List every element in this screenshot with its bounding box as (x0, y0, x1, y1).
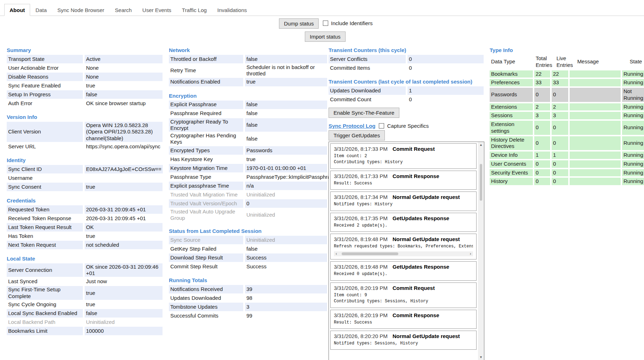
column-header-state: State (628, 55, 644, 69)
row-value: true (85, 183, 163, 191)
row-sync-first-time-setup-complete: Sync First-Time Setup Completetrue (7, 286, 163, 300)
row-passphrase-required: Passphrase Requiredfalse (169, 109, 327, 118)
row-value: true (85, 300, 163, 309)
row-value: 0 (408, 64, 484, 72)
total-entries-cell: 0 (534, 121, 550, 135)
scrollbar-down-icon[interactable]: ▼ (478, 354, 484, 360)
log-entry-header: 3/31/2026, 8:17:34 PMNormal GetUpdate re… (334, 194, 473, 200)
type-info-row-preferences: Preferences3333Running (490, 79, 644, 86)
section-table-transient-counters-last-cycle-of-last-completed-session: Updates Downloaded1Committed Count0 (329, 86, 484, 104)
section-heading-credentials: Credentials (7, 198, 163, 204)
enable-sync-the-feature-button[interactable]: Enable Sync-The-Feature (329, 108, 399, 118)
row-value: 98 (245, 294, 327, 302)
log-entry-header: 3/31/2026, 8:20:20 PMNormal GetUpdate re… (334, 333, 473, 339)
type-info-row-passwords: Passwords00Not Running (490, 88, 644, 102)
row-received-token-response: Received Token Response2026-03-31 20:09:… (7, 214, 163, 223)
state-cell: Running (622, 152, 644, 159)
log-entry-title: Normal GetUpdate request (393, 236, 460, 242)
state-cell: Running (622, 136, 644, 150)
tab-sync-node-browser[interactable]: Sync Node Browser (52, 4, 110, 16)
section-table-status-from-last-completed-session: Sync SourceUninitializedGetKey Step Fail… (169, 236, 327, 271)
data-type-cell: Device Info (490, 152, 533, 159)
row-value: false (245, 109, 327, 118)
message-cell (570, 103, 621, 111)
horizontal-scrollbar-thumb[interactable] (342, 252, 398, 255)
dump-status-button[interactable]: Dump status (279, 18, 319, 29)
row-value: 39 (245, 285, 327, 293)
row-label: Trusted Vault Version/Epoch (169, 199, 243, 208)
row-value: Success (245, 262, 327, 271)
log-entry-timestamp: 3/31/2026, 8:19:48 PM (334, 264, 388, 270)
section-heading-network: Network (169, 47, 327, 53)
live-entries-cell: 0 (552, 121, 568, 135)
message-cell (570, 136, 621, 150)
tab-about[interactable]: About (4, 4, 30, 16)
tab-data[interactable]: Data (30, 4, 52, 16)
row-passphrase-type: Passphrase TypePassphraseType::kImplicit… (169, 173, 327, 181)
scrollbar-right-icon[interactable]: › (468, 251, 473, 256)
row-label: Retry Time (169, 64, 243, 78)
type-info-table: Data TypeTotal EntriesLive EntriesMessag… (490, 55, 644, 185)
row-next-token-request: Next Token Requestnot scheduled (7, 241, 163, 249)
section-heading-transient-counters-last-cycle-of-last-completed-session: Transient Counters (last cycle of last c… (329, 79, 484, 85)
import-status-button[interactable]: Import status (305, 32, 346, 42)
log-entry-title: Commit Request (393, 146, 435, 152)
row-value: Passwords (245, 146, 327, 155)
message-cell (570, 160, 621, 168)
row-updates-downloaded: Updates Downloaded98 (169, 294, 327, 302)
section-table-credentials: Requested Token2026-03-31 20:09:45 +01Re… (7, 205, 163, 249)
row-label: Encrypted Types (169, 146, 243, 155)
log-entry-timestamp: 3/31/2026, 8:20:19 PM (334, 312, 388, 318)
log-entry-timestamp: 3/31/2026, 8:17:35 PM (334, 215, 388, 221)
log-entry: 3/31/2026, 8:19:48 PMGetUpdates Response… (330, 261, 477, 280)
row-label: Requested Token (7, 205, 83, 214)
data-type-cell: Extension settings (490, 121, 533, 135)
message-cell (570, 79, 621, 86)
log-entry: 3/31/2026, 8:17:35 PMGetUpdates Response… (330, 213, 477, 232)
log-entry-title: Normal GetUpdate request (393, 194, 460, 200)
row-label: Received Token Response (7, 214, 83, 223)
tab-invalidations[interactable]: Invalidations (212, 4, 252, 16)
live-entries-cell: 2 (552, 103, 568, 111)
state-cell: Running (622, 160, 644, 168)
row-value: OK since 2026-03-31 20:09:46 +01 (85, 263, 163, 277)
log-entry: 3/31/2026, 8:17:33 PMCommit RequestItem … (330, 143, 477, 169)
row-label: Commit Step Result (169, 262, 243, 271)
log-entry-details: Result: Success (334, 320, 473, 326)
total-entries-cell: 1 (534, 152, 550, 159)
row-label: Cryptographer Ready To Encrypt (169, 118, 243, 132)
data-type-cell: History Delete Directives (490, 136, 533, 150)
row-throttled-or-backoff: Throttled or Backofffalse (169, 55, 327, 63)
scrollbar-left-icon[interactable]: ‹ (334, 251, 339, 256)
state-cell: Running (622, 79, 644, 86)
scrollbar-up-icon[interactable]: ▲ (478, 142, 484, 148)
section-table-running-totals: Notifications Received39Updates Download… (169, 285, 327, 320)
live-entries-cell: 0 (552, 178, 568, 185)
tab-traffic-log[interactable]: Traffic Log (177, 4, 212, 16)
data-type-cell: History (490, 178, 533, 185)
row-label: Successful Commits (169, 312, 243, 320)
log-scrollbar-thumb[interactable] (480, 164, 482, 201)
capture-specifics-checkbox[interactable] (379, 123, 384, 128)
row-sync-cycle-ongoing: Sync Cycle Ongoingtrue (7, 300, 163, 309)
tab-strip: AboutDataSync Node BrowserSearchUser Eve… (0, 3, 644, 16)
section-heading-type-info: Type Info (490, 47, 644, 53)
row-client-version: Client VersionOpera WIN 129.0.5823.28 (O… (7, 122, 163, 142)
row-cryptographer-ready-to-encrypt: Cryptographer Ready To Encryptfalse (169, 118, 327, 132)
row-user-actionable-error: User Actionable ErrorNone (7, 64, 163, 72)
include-identifiers-checkbox[interactable] (323, 21, 328, 26)
row-server-conflicts: Server Conflicts0 (329, 55, 484, 63)
row-label: Last Synced (7, 277, 83, 286)
tab-search[interactable]: Search (110, 4, 137, 16)
section-table-network: Throttled or BackofffalseRetry TimeSched… (169, 55, 327, 86)
live-entries-cell: 0 (552, 88, 568, 102)
row-label: Client Version (7, 122, 83, 142)
log-entry-horizontal-scrollbar[interactable]: ‹› (334, 251, 473, 256)
row-value: Just now (85, 277, 163, 286)
trigger-getupdates-button[interactable]: Trigger GetUpdates (329, 130, 385, 141)
tab-user-events[interactable]: User Events (137, 4, 177, 16)
log-vertical-scrollbar[interactable]: ▲ ▼ (478, 142, 484, 360)
log-entry-title: GetUpdates Response (393, 264, 449, 270)
log-entry-details: Notified types: History (334, 201, 473, 207)
row-label: Sync Source (169, 236, 243, 244)
